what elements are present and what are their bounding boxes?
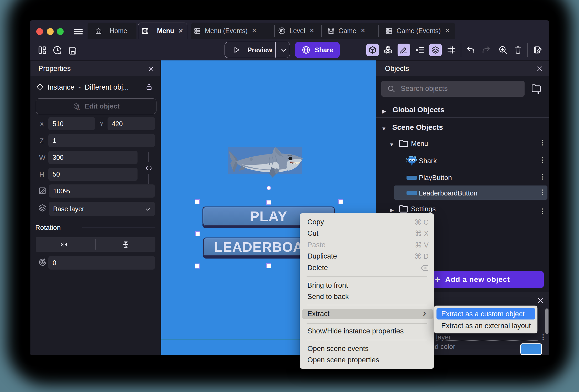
svg-text:2D: 2D — [77, 107, 80, 110]
